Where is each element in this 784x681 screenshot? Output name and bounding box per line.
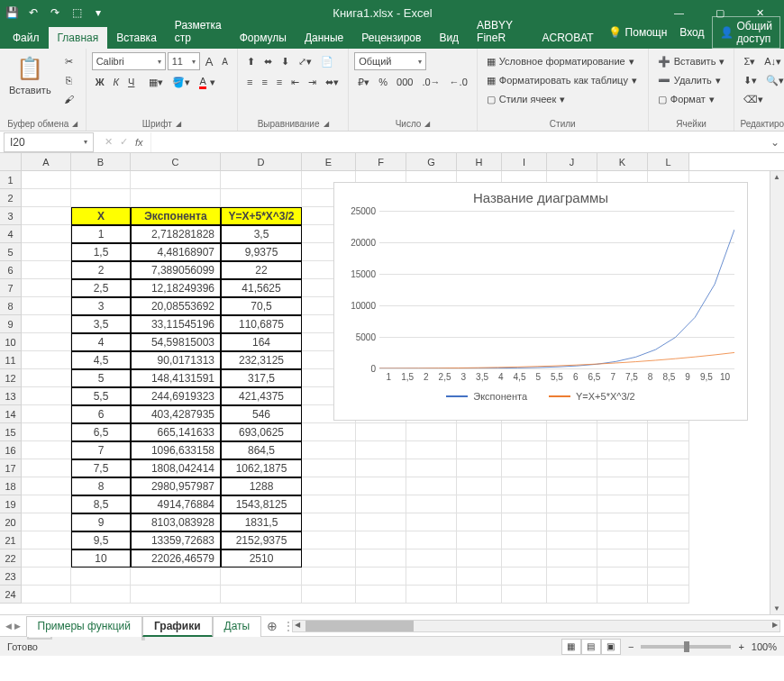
- cell[interactable]: 70,5: [221, 297, 302, 315]
- comma-button[interactable]: 000: [393, 73, 416, 91]
- copy-button[interactable]: ⎘: [59, 71, 80, 89]
- legend-item[interactable]: Экспонента: [446, 391, 527, 402]
- cell[interactable]: [22, 531, 71, 549]
- save-icon[interactable]: 💾: [4, 5, 20, 21]
- cell[interactable]: [502, 568, 547, 586]
- cell-styles-button[interactable]: ▢ Стили ячеек ▾: [483, 90, 569, 108]
- row-header[interactable]: 13: [0, 387, 22, 405]
- format-cells-button[interactable]: ▢ Формат ▾: [654, 90, 718, 108]
- cell[interactable]: [221, 586, 302, 604]
- increase-decimal-button[interactable]: .0→: [418, 73, 443, 91]
- cell[interactable]: [356, 441, 406, 459]
- cell[interactable]: [71, 586, 131, 604]
- cell[interactable]: 2,718281828: [131, 225, 221, 243]
- cell[interactable]: 3,5: [221, 225, 302, 243]
- cell[interactable]: [22, 261, 71, 279]
- chart[interactable]: Название диаграммы 050001000015000200002…: [333, 182, 748, 421]
- cell[interactable]: [22, 207, 71, 225]
- font-color-button[interactable]: A▾: [196, 73, 218, 91]
- cell[interactable]: [22, 333, 71, 351]
- cell[interactable]: 90,0171313: [131, 351, 221, 369]
- cell[interactable]: 317,5: [221, 369, 302, 387]
- cell[interactable]: [22, 351, 71, 369]
- cell[interactable]: [131, 586, 221, 604]
- vertical-scrollbar[interactable]: [770, 171, 784, 614]
- autosum-button[interactable]: Σ▾: [740, 52, 759, 70]
- paste-button[interactable]: 📋 Вставить: [5, 52, 55, 97]
- cell[interactable]: 4,48168907: [131, 243, 221, 261]
- cell[interactable]: [648, 568, 689, 586]
- cell[interactable]: [502, 459, 547, 477]
- cell[interactable]: [502, 495, 547, 513]
- row-header[interactable]: 1: [0, 171, 22, 189]
- fill-color-button[interactable]: 🪣▾: [169, 73, 194, 91]
- row-header[interactable]: 10: [0, 333, 22, 351]
- cell[interactable]: [648, 423, 689, 441]
- row-header[interactable]: 14: [0, 405, 22, 423]
- cell[interactable]: 5: [71, 369, 131, 387]
- cell[interactable]: [457, 423, 502, 441]
- cell[interactable]: 164: [221, 333, 302, 351]
- dialog-launcher-icon[interactable]: ◢: [176, 120, 181, 128]
- row-header[interactable]: 6: [0, 261, 22, 279]
- cell[interactable]: [406, 477, 457, 495]
- row-header[interactable]: 8: [0, 297, 22, 315]
- cell[interactable]: [406, 459, 457, 477]
- formula-input[interactable]: [150, 132, 766, 152]
- align-top-button[interactable]: ⬆: [243, 52, 259, 70]
- cell[interactable]: [502, 477, 547, 495]
- cell[interactable]: [406, 441, 457, 459]
- horizontal-scrollbar[interactable]: ◀▶: [292, 620, 780, 632]
- cell[interactable]: [22, 586, 71, 604]
- row-header[interactable]: 24: [0, 586, 22, 604]
- cell[interactable]: 2,5: [71, 279, 131, 297]
- align-center-button[interactable]: ≡: [258, 73, 270, 91]
- row-header[interactable]: 23: [0, 568, 22, 586]
- cell[interactable]: [302, 423, 356, 441]
- enter-formula-icon[interactable]: ✓: [120, 136, 128, 148]
- column-header[interactable]: K: [597, 153, 648, 170]
- dialog-launcher-icon[interactable]: ◢: [424, 120, 430, 128]
- share-button[interactable]: 👤 Общий доступ: [712, 16, 781, 49]
- dialog-launcher-icon[interactable]: ◢: [72, 120, 77, 128]
- currency-button[interactable]: ₽▾: [354, 73, 373, 91]
- cell[interactable]: 693,0625: [221, 423, 302, 441]
- row-header[interactable]: 4: [0, 225, 22, 243]
- cell[interactable]: 5,5: [71, 387, 131, 405]
- cell[interactable]: [71, 568, 131, 586]
- column-header[interactable]: E: [302, 153, 356, 170]
- normal-view-button[interactable]: ▦: [561, 639, 581, 655]
- align-left-button[interactable]: ≡: [243, 73, 256, 91]
- row-header[interactable]: 18: [0, 477, 22, 495]
- cell[interactable]: [356, 495, 406, 513]
- cell[interactable]: [302, 531, 356, 549]
- cell[interactable]: [221, 189, 302, 207]
- cell[interactable]: [22, 477, 71, 495]
- page-layout-view-button[interactable]: ▤: [581, 639, 601, 655]
- cell[interactable]: [597, 586, 648, 604]
- font-family-select[interactable]: Calibri▾: [92, 52, 166, 70]
- cell[interactable]: 9: [71, 513, 131, 531]
- sheet-tab[interactable]: Графики: [142, 616, 213, 637]
- tab-file[interactable]: Файл: [4, 27, 49, 49]
- cell[interactable]: [22, 315, 71, 333]
- cell[interactable]: 665,141633: [131, 423, 221, 441]
- sheet-tab[interactable]: Даты: [213, 616, 262, 637]
- cell[interactable]: [356, 513, 406, 531]
- cell[interactable]: 421,4375: [221, 387, 302, 405]
- cell[interactable]: [648, 441, 689, 459]
- cell[interactable]: [457, 531, 502, 549]
- bold-button[interactable]: Ж: [92, 73, 108, 91]
- cell[interactable]: 1831,5: [221, 513, 302, 531]
- cell[interactable]: [22, 369, 71, 387]
- align-middle-button[interactable]: ⬌: [260, 52, 276, 70]
- cell[interactable]: [22, 441, 71, 459]
- cell[interactable]: [547, 513, 597, 531]
- cell[interactable]: [22, 495, 71, 513]
- cell[interactable]: 110,6875: [221, 315, 302, 333]
- cell[interactable]: [648, 477, 689, 495]
- cell[interactable]: [356, 531, 406, 549]
- cell[interactable]: 403,4287935: [131, 405, 221, 423]
- cell[interactable]: [457, 549, 502, 568]
- column-header[interactable]: A: [22, 153, 71, 170]
